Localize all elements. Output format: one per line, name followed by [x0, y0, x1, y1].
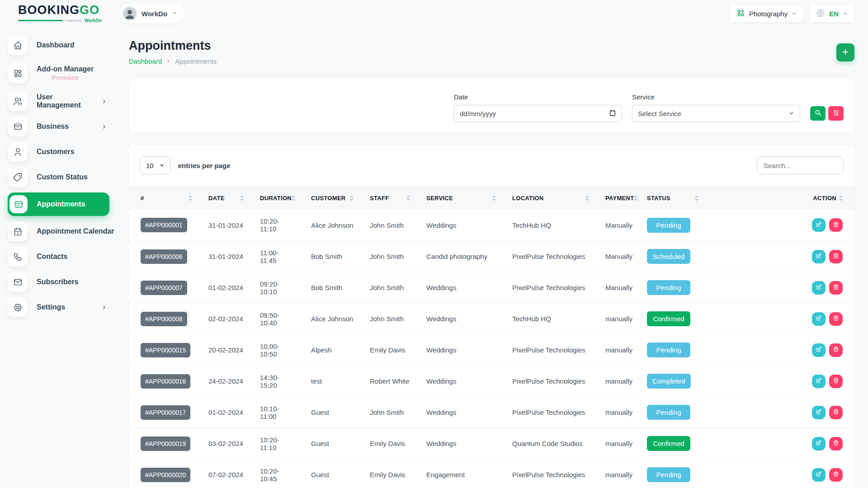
delete-appointment-button[interactable] — [829, 406, 843, 419]
sidebar-item-subscribers[interactable]: Subscribers — [8, 272, 120, 292]
edit-appointment-button[interactable] — [812, 437, 826, 450]
edit-icon — [816, 377, 822, 385]
apply-filter-button[interactable] — [810, 106, 826, 121]
sidebar-item-dashboard[interactable]: Dashboard — [8, 35, 120, 55]
sort-icon[interactable] — [292, 195, 295, 201]
workspace-avatar — [123, 6, 137, 21]
cell-date: 03-02-2024 — [197, 428, 248, 459]
chevron-down-icon — [159, 162, 165, 169]
workspace-dropdown[interactable]: WorkDo — [120, 4, 184, 23]
cell-duration: 11:00-11:45 — [248, 241, 299, 272]
cell-duration: 10:00-10:50 — [248, 334, 299, 366]
cell-staff: John Smith — [358, 303, 415, 334]
user-icon — [8, 142, 28, 162]
edit-appointment-button[interactable] — [812, 468, 826, 482]
phone-icon — [8, 247, 28, 267]
sidebar-item-appointment-calendar[interactable]: Appointment Calendar — [8, 221, 120, 241]
edit-appointment-button[interactable] — [812, 406, 826, 419]
cell-date: 07-02-2024 — [197, 459, 248, 488]
cell-date: 31-01-2024 — [197, 210, 248, 241]
cell-service: Weddings — [415, 210, 500, 241]
cell-service: Weddings — [415, 397, 500, 428]
delete-appointment-button[interactable] — [829, 218, 843, 232]
delete-appointment-button[interactable] — [829, 375, 843, 388]
sort-icon[interactable] — [350, 195, 354, 201]
edit-appointment-button[interactable] — [812, 343, 826, 357]
sidebar-item-contacts[interactable]: Contacts — [8, 247, 120, 267]
edit-icon — [816, 221, 822, 229]
sort-icon[interactable] — [406, 195, 410, 201]
column-header-service[interactable]: SERVICE — [415, 186, 500, 210]
column-header-location[interactable]: LOCATION — [500, 186, 594, 210]
sort-icon[interactable] — [839, 195, 843, 201]
sort-icon[interactable] — [492, 195, 496, 201]
column-header-date[interactable]: DATE — [197, 186, 248, 210]
module-switcher-button[interactable]: Photography — [730, 5, 803, 22]
edit-icon — [816, 346, 822, 354]
delete-appointment-button[interactable] — [829, 468, 843, 482]
edit-appointment-button[interactable] — [812, 375, 826, 388]
appointment-id-badge: #APP0000020 — [141, 468, 190, 482]
premium-badge: Premium — [37, 74, 94, 81]
module-name: Photography — [749, 10, 788, 18]
edit-appointment-button[interactable] — [812, 312, 826, 326]
service-select[interactable]: Select Service — [632, 105, 800, 122]
sidebar-item-customers[interactable]: Customers — [8, 142, 120, 162]
column-header-id[interactable]: # — [129, 186, 197, 210]
search-icon — [815, 109, 821, 117]
clear-filter-button[interactable] — [828, 106, 844, 121]
language-switcher-button[interactable]: EN — [810, 5, 854, 22]
table-header-row: # DATE DURATION CUSTOMER STAFF SERVICE L… — [129, 186, 854, 210]
add-appointment-button[interactable] — [836, 43, 854, 61]
edit-appointment-button[interactable] — [812, 218, 826, 232]
sort-icon[interactable] — [240, 195, 244, 201]
table-row: #APP0000015 20-02-2024 10:00-10:50 Alpes… — [129, 334, 854, 366]
sidebar-item-appointments[interactable]: Appointments — [8, 192, 109, 216]
cell-staff: John Smith — [358, 272, 415, 303]
table-row: #APP0000020 07-02-2024 10:20-10:45 Guest… — [129, 459, 854, 488]
sort-icon[interactable] — [189, 195, 192, 201]
delete-appointment-button[interactable] — [829, 437, 843, 450]
edit-appointment-button[interactable] — [812, 250, 826, 263]
sort-icon[interactable] — [634, 195, 638, 201]
breadcrumb-dashboard-link[interactable]: Dashboard — [129, 57, 162, 65]
sort-icon[interactable] — [585, 195, 589, 201]
column-header-duration[interactable]: DURATION — [248, 186, 299, 210]
powered-brand-label: WorkDo — [85, 18, 102, 23]
delete-appointment-button[interactable] — [829, 343, 843, 357]
chevron-right-icon — [101, 305, 107, 310]
cell-date: 02-02-2024 — [197, 303, 248, 334]
sidebar-item-custom-status[interactable]: Custom Status — [8, 167, 120, 187]
status-badge: Confirmed — [647, 436, 690, 451]
cell-duration: 09:20-10:10 — [248, 272, 299, 303]
cell-payment: manually — [594, 459, 635, 488]
cell-location: PixelPulse Technologies — [500, 334, 594, 366]
breadcrumb-current: Appointments — [175, 57, 217, 65]
column-header-action[interactable]: ACTION — [796, 186, 854, 210]
date-input[interactable]: dd/mm/yyyy — [454, 105, 622, 122]
table-search-input[interactable] — [757, 156, 844, 174]
credit-card-icon — [8, 117, 28, 136]
sidebar-item-user-management[interactable]: User Management — [8, 91, 120, 111]
column-header-status[interactable]: STATUS — [635, 186, 703, 210]
column-header-payment[interactable]: PAYMENT — [594, 186, 635, 210]
chevron-right-icon — [101, 124, 107, 130]
edit-appointment-button[interactable] — [812, 281, 826, 295]
delete-appointment-button[interactable] — [829, 250, 843, 263]
cell-location: TechHub HQ — [500, 303, 594, 334]
cell-service: Weddings — [415, 272, 500, 303]
delete-appointment-button[interactable] — [829, 312, 843, 326]
sidebar-item-settings[interactable]: Settings — [8, 297, 120, 317]
cell-location: PixelPulse Technologies — [500, 272, 594, 303]
sidebar-item-addon-manager[interactable]: Add-on Manager Premium — [8, 61, 120, 86]
edit-icon — [816, 471, 822, 479]
users-icon — [8, 91, 28, 111]
sort-icon[interactable] — [695, 195, 698, 201]
calendar-picker-icon[interactable] — [609, 109, 616, 118]
trash-icon — [833, 253, 839, 260]
sidebar-item-business[interactable]: Business — [8, 117, 120, 136]
entries-per-page-select[interactable]: 10 — [140, 156, 171, 174]
delete-appointment-button[interactable] — [829, 281, 843, 295]
column-header-customer[interactable]: CUSTOMER — [299, 186, 358, 210]
column-header-staff[interactable]: STAFF — [358, 186, 415, 210]
